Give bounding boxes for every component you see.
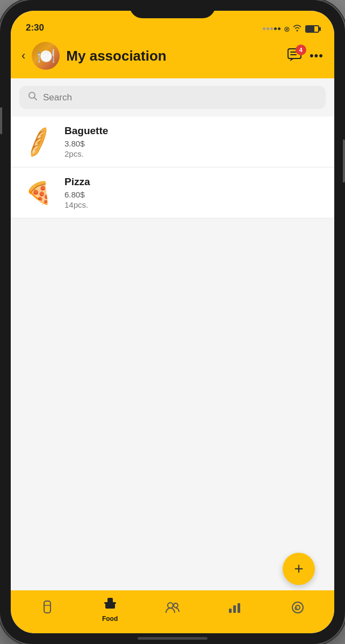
main-content: 🥖 Baguette 3.80$ 2pcs. 🍕 Pizza 6 <box>11 78 334 590</box>
svg-line-4 <box>34 98 37 100</box>
back-button[interactable]: ‹ <box>21 49 25 63</box>
svg-rect-12 <box>229 609 232 613</box>
header: ‹ My association 4 ••• <box>11 38 334 78</box>
item-image-pizza: 🍕 <box>21 180 56 206</box>
header-actions: 4 ••• <box>287 48 324 64</box>
svg-rect-13 <box>233 605 236 613</box>
svg-point-11 <box>174 603 178 608</box>
svg-point-15 <box>292 602 303 613</box>
battery-icon <box>305 25 319 33</box>
sidebar-item-settings[interactable]: e <box>267 597 329 621</box>
svg-point-10 <box>168 603 173 608</box>
search-icon <box>28 91 38 104</box>
notification-button[interactable]: 4 <box>287 48 302 64</box>
list-item[interactable]: 🍕 Pizza 6.80$ 14pcs. <box>11 167 334 218</box>
page-title: My association <box>66 48 281 64</box>
svg-rect-14 <box>238 603 240 613</box>
sidebar-item-food[interactable]: Food <box>78 592 141 626</box>
svg-rect-5 <box>44 601 51 613</box>
power-button <box>343 140 345 182</box>
item-name: Pizza <box>64 176 324 188</box>
members-icon <box>165 601 180 617</box>
stats-icon <box>228 601 242 617</box>
bottom-nav: Food <box>11 590 334 633</box>
more-options-button[interactable]: ••• <box>310 49 324 63</box>
item-qty: 2pcs. <box>64 149 324 158</box>
notch <box>130 0 215 18</box>
search-input[interactable] <box>43 92 317 103</box>
item-name: Baguette <box>64 125 324 137</box>
item-qty: 14pcs. <box>64 200 324 209</box>
sidebar-item-members[interactable] <box>141 598 204 620</box>
sidebar-item-stats[interactable] <box>204 598 266 620</box>
home-indicator <box>138 637 207 640</box>
item-info-baguette: Baguette 3.80$ 2pcs. <box>64 125 324 158</box>
phone-screen: 2:30 ⊗ <box>11 11 334 633</box>
signal-icon <box>263 27 281 30</box>
svg-rect-7 <box>105 603 115 609</box>
items-list: 🥖 Baguette 3.80$ 2pcs. 🍕 Pizza 6 <box>11 116 334 218</box>
svg-text:e: e <box>294 605 298 611</box>
search-container <box>11 78 334 116</box>
item-image-baguette: 🥖 <box>21 129 56 155</box>
item-info-pizza: Pizza 6.80$ 14pcs. <box>64 176 324 209</box>
phone-frame: 2:30 ⊗ <box>0 0 345 644</box>
food-icon <box>103 596 117 613</box>
settings-icon: e <box>291 601 305 618</box>
item-price: 3.80$ <box>64 139 324 148</box>
svg-rect-9 <box>104 602 116 604</box>
add-item-button[interactable]: + <box>283 553 315 585</box>
volume-button <box>0 107 2 134</box>
notification-badge: 4 <box>296 45 306 55</box>
food-nav-label: Food <box>102 615 118 623</box>
drinks-icon <box>41 600 54 618</box>
sidebar-item-drinks[interactable] <box>16 597 78 621</box>
item-price: 6.80$ <box>64 190 324 199</box>
wifi-icon: ⊗ <box>284 24 302 33</box>
status-icons: ⊗ <box>263 24 319 33</box>
search-box[interactable] <box>19 86 326 109</box>
avatar <box>32 42 60 70</box>
list-item[interactable]: 🥖 Baguette 3.80$ 2pcs. <box>11 116 334 167</box>
status-time: 2:30 <box>26 23 44 33</box>
